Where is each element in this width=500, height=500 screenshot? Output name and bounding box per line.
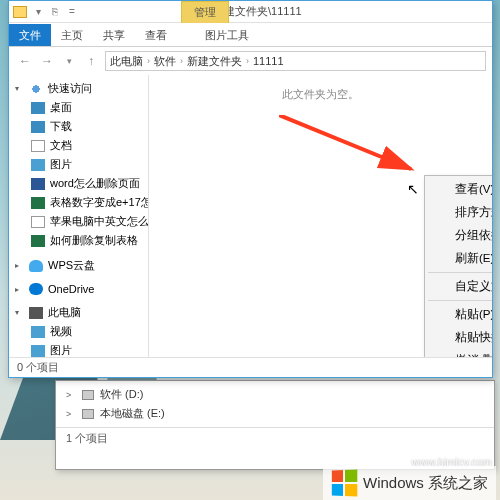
sidebar-item-videos[interactable]: 视频 [9, 322, 148, 341]
videos-icon [31, 326, 45, 338]
sidebar-item-recent[interactable]: 如何删除复制表格 [9, 231, 148, 250]
ribbon-tab-view[interactable]: 查看 [135, 24, 177, 46]
sidebar-item-pictures[interactable]: 图片 [9, 155, 148, 174]
desktop-icon [31, 102, 45, 114]
ribbon-tab-home[interactable]: 主页 [51, 24, 93, 46]
excel-icon [31, 197, 45, 209]
drive-icon [82, 390, 94, 400]
chevron-right-icon: › [246, 56, 249, 66]
ctx-group[interactable]: 分组依据(P)▶ [427, 224, 492, 247]
sidebar-item-label: WPS云盘 [48, 258, 95, 273]
sidebar-item-recent[interactable]: 表格数字变成e+17怎... [9, 193, 148, 212]
pc-icon [29, 307, 43, 319]
sidebar-wps-cloud[interactable]: ▸WPS云盘 [9, 256, 148, 275]
item-count: 0 个项目 [17, 360, 59, 375]
pictures-icon [31, 159, 45, 171]
word-icon [31, 178, 45, 190]
qat-button[interactable]: = [65, 5, 79, 19]
sidebar-item-pictures[interactable]: 图片 [9, 341, 148, 357]
sidebar-item-documents[interactable]: 文档 [9, 136, 148, 155]
qat-button[interactable]: ⎘ [48, 5, 62, 19]
ctx-refresh[interactable]: 刷新(E) [427, 247, 492, 270]
context-menu: 查看(V)▶ 排序方式(O)▶ 分组依据(P)▶ 刷新(E) 自定义文件夹(F)… [424, 175, 492, 357]
ctx-paste[interactable]: 粘贴(P) [427, 303, 492, 326]
annotation-arrow [279, 115, 424, 175]
ctx-undo-delete[interactable]: 撤消 删除(U)Ctrl+Z [427, 349, 492, 357]
nav-up-button[interactable]: ↑ [81, 51, 101, 71]
ribbon-tab-file[interactable]: 文件 [9, 24, 51, 46]
sidebar-item-recent[interactable]: word怎么删除页面 [9, 174, 148, 193]
sidebar-item-label: 如何删除复制表格 [50, 233, 138, 248]
sidebar-item-recent[interactable]: 苹果电脑中英文怎么... [9, 212, 148, 231]
sidebar-quick-access[interactable]: ▾快速访问 [9, 79, 148, 98]
sidebar-item-label: 快速访问 [48, 81, 92, 96]
drive-label: 本地磁盘 (E:) [100, 406, 165, 421]
chevron-right-icon: ▸ [15, 261, 24, 270]
sidebar-item-label: 表格数字变成e+17怎... [50, 195, 148, 210]
downloads-icon [31, 121, 45, 133]
drive-icon [82, 409, 94, 419]
nav-history-button[interactable]: ▾ [59, 51, 79, 71]
breadcrumb[interactable]: 此电脑› 软件› 新建文件夹› 11111 [105, 51, 486, 71]
ctx-sort[interactable]: 排序方式(O)▶ [427, 201, 492, 224]
sidebar-item-label: OneDrive [48, 283, 94, 295]
sidebar-item-label: 苹果电脑中英文怎么... [50, 214, 148, 229]
sidebar-item-label: 此电脑 [48, 305, 81, 320]
ribbon-tab-share[interactable]: 共享 [93, 24, 135, 46]
sidebar-item-desktop[interactable]: 桌面 [9, 98, 148, 117]
breadcrumb-segment[interactable]: 11111 [253, 55, 284, 67]
chevron-right-icon: ▸ [15, 285, 24, 294]
sidebar-this-pc[interactable]: ▾此电脑 [9, 303, 148, 322]
windows-logo-icon [332, 469, 357, 496]
file-explorer-window: 管理 ▾ ⎘ = D:\新建文件夹\11111 文件 主页 共享 查看 图片工具… [8, 0, 493, 378]
star-icon [29, 83, 43, 95]
drive-item[interactable]: > 本地磁盘 (E:) [62, 404, 488, 423]
menu-separator [428, 300, 492, 301]
ctx-paste-shortcut[interactable]: 粘贴快捷方式(S) [427, 326, 492, 349]
chevron-right-icon: › [180, 56, 183, 66]
folder-content-area[interactable]: 此文件夹为空。 ↖ 查看(V)▶ 排序方式(O)▶ 分组依据(P)▶ 刷新(E)… [149, 75, 492, 357]
folder-icon [13, 6, 27, 18]
sidebar-item-label: word怎么删除页面 [50, 176, 140, 191]
ribbon-tabs: 文件 主页 共享 查看 图片工具 [9, 23, 492, 47]
sidebar-item-downloads[interactable]: 下载 [9, 117, 148, 136]
sidebar-item-label: 图片 [50, 157, 72, 172]
svg-line-0 [279, 115, 411, 169]
chevron-right-icon: > [66, 390, 76, 400]
menu-separator [428, 272, 492, 273]
empty-folder-text: 此文件夹为空。 [149, 87, 492, 102]
breadcrumb-segment[interactable]: 此电脑 [110, 54, 143, 69]
sidebar-item-label: 视频 [50, 324, 72, 339]
ctx-customize[interactable]: 自定义文件夹(F)... [427, 275, 492, 298]
sidebar-item-label: 桌面 [50, 100, 72, 115]
chevron-down-icon: ▾ [15, 84, 24, 93]
status-bar: 0 个项目 [9, 357, 492, 377]
nav-forward-button[interactable]: → [37, 51, 57, 71]
document-icon [31, 216, 45, 228]
onedrive-icon [29, 283, 43, 295]
watermark-brand: Windows [363, 474, 424, 491]
status-text: 1 个项目 [56, 427, 494, 449]
quick-access-toolbar: ▾ ⎘ = [31, 5, 79, 19]
sidebar-onedrive[interactable]: ▸OneDrive [9, 281, 148, 297]
chevron-right-icon: > [66, 409, 76, 419]
drive-label: 软件 (D:) [100, 387, 143, 402]
chevron-right-icon: › [147, 56, 150, 66]
navigation-pane[interactable]: ▾快速访问 桌面 下载 文档 图片 word怎么删除页面 表格数字变成e+17怎… [9, 75, 149, 357]
sidebar-item-label: 图片 [50, 343, 72, 357]
sidebar-item-label: 下载 [50, 119, 72, 134]
ctx-view[interactable]: 查看(V)▶ [427, 178, 492, 201]
breadcrumb-segment[interactable]: 软件 [154, 54, 176, 69]
nav-back-button[interactable]: ← [15, 51, 35, 71]
titlebar: ▾ ⎘ = D:\新建文件夹\11111 [9, 1, 492, 23]
address-bar-row: ← → ▾ ↑ 此电脑› 软件› 新建文件夹› 11111 [9, 47, 492, 75]
sidebar-item-label: 文档 [50, 138, 72, 153]
chevron-down-icon: ▾ [15, 308, 24, 317]
excel-icon [31, 235, 45, 247]
qat-button[interactable]: ▾ [31, 5, 45, 19]
breadcrumb-segment[interactable]: 新建文件夹 [187, 54, 242, 69]
ribbon-tab-pictools[interactable]: 图片工具 [195, 24, 259, 46]
cursor-icon: ↖ [407, 181, 419, 197]
ribbon-context-tab-manage[interactable]: 管理 [181, 1, 229, 23]
drive-item[interactable]: > 软件 (D:) [62, 385, 488, 404]
